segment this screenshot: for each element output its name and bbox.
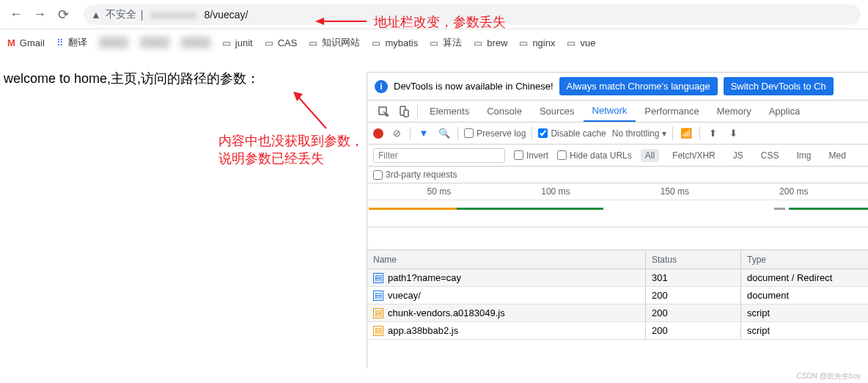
bookmark-folder-junit[interactable]: ▭junit	[222, 37, 253, 48]
info-icon: i	[375, 80, 388, 93]
third-party-checkbox[interactable]: 3rd-party requests	[373, 169, 862, 180]
col-name[interactable]: Name	[367, 250, 646, 269]
filter-chip-all[interactable]: All	[641, 149, 659, 162]
bookmark-blurred	[140, 37, 169, 48]
arrow-icon	[315, 17, 367, 26]
filter-icon[interactable]: ▼	[416, 126, 431, 141]
hide-urls-checkbox[interactable]: Hide data URLs	[557, 150, 632, 161]
filter-chip-img[interactable]: Img	[792, 149, 815, 162]
table-row[interactable]: ▤app.a38bbab2.js 200 script	[367, 322, 868, 340]
folder-icon: ▭	[474, 37, 482, 48]
folder-icon: ▭	[309, 37, 317, 48]
banner-switch-button[interactable]: Switch DevTools to Ch	[724, 77, 834, 95]
third-party-row: 3rd-party requests	[367, 167, 868, 183]
bookmark-translate[interactable]: ⠿ 翻译	[56, 36, 87, 49]
clear-icon[interactable]: ⊘	[389, 126, 404, 141]
inspect-icon[interactable]	[373, 101, 394, 122]
url-divider: |	[141, 9, 144, 21]
arrow-icon	[290, 88, 334, 132]
devtools-banner: i DevTools is now available in Chinese! …	[367, 73, 868, 101]
timeline-bar	[369, 208, 457, 210]
wifi-icon[interactable]: 📶	[679, 126, 694, 141]
table-header: Name Status Type	[367, 250, 868, 269]
download-icon[interactable]: ⬇	[727, 126, 741, 141]
bookmark-folder-mybatis[interactable]: ▭mybatis	[372, 37, 418, 48]
upload-icon[interactable]: ⬆	[706, 126, 721, 141]
timeline-bar	[774, 208, 785, 210]
separator	[417, 105, 418, 118]
throttling-dropdown[interactable]: No throttling ▾	[612, 128, 666, 139]
table-row[interactable]: ▤chunk-vendors.a0183049.js 200 script	[367, 304, 868, 322]
bookmark-folder-cas[interactable]: ▭CAS	[265, 37, 298, 48]
tab-sources[interactable]: Sources	[531, 101, 584, 122]
url-path: 8/vuecay/	[205, 9, 249, 21]
col-status[interactable]: Status	[646, 250, 741, 269]
bookmark-folder-vue[interactable]: ▭vue	[567, 37, 595, 48]
banner-match-button[interactable]: Always match Chrome's language	[559, 77, 718, 95]
svg-rect-8	[404, 110, 408, 117]
script-icon: ▤	[373, 326, 383, 336]
network-timeline[interactable]: 50 ms 100 ms 150 ms 200 ms	[367, 183, 868, 227]
folder-icon: ▭	[372, 37, 380, 48]
bookmark-blurred	[99, 37, 128, 48]
separator	[457, 127, 458, 140]
table-row[interactable]: ▤vuecay/ 200 document	[367, 287, 868, 304]
filter-chip-js[interactable]: JS	[729, 149, 748, 162]
gmail-icon: M	[7, 37, 15, 48]
bookmark-folder-nginx[interactable]: ▭nginx	[519, 37, 555, 48]
bookmark-folder-algo[interactable]: ▭算法	[430, 36, 462, 49]
folder-icon: ▭	[430, 37, 438, 48]
filter-chip-media[interactable]: Med	[824, 149, 850, 162]
timeline-bar	[789, 208, 868, 210]
tab-memory[interactable]: Memory	[708, 101, 760, 122]
filter-chip-fetch[interactable]: Fetch/XHR	[668, 149, 720, 162]
watermark: CSDN @凯先生boy	[797, 371, 861, 382]
timeline-bars	[367, 200, 868, 222]
tab-performance[interactable]: Performance	[636, 101, 707, 122]
warning-icon: ▲	[91, 9, 101, 21]
bookmark-blurred	[181, 37, 210, 48]
document-icon: ▤	[373, 291, 383, 301]
tab-application[interactable]: Applica	[760, 101, 809, 122]
devtools-tabs: Elements Console Sources Network Perform…	[367, 101, 868, 123]
disable-cache-checkbox[interactable]: Disable cache	[538, 128, 606, 139]
url-blurred: xxxxxxxxx	[148, 9, 200, 21]
bookmark-folder-knowledge[interactable]: ▭知识网站	[309, 36, 360, 49]
search-icon[interactable]: 🔍	[437, 126, 452, 141]
bookmark-gmail[interactable]: M Gmail	[7, 37, 45, 48]
timeline-marks: 50 ms 100 ms 150 ms 200 ms	[367, 183, 868, 200]
col-type[interactable]: Type	[741, 250, 868, 269]
annotation-address: 地址栏改变，参数丢失	[374, 13, 506, 31]
devtools-panel: i DevTools is now available in Chinese! …	[367, 72, 868, 368]
bookmarks-bar: M Gmail ⠿ 翻译 ▭junit ▭CAS ▭知识网站 ▭mybatis …	[0, 29, 868, 56]
script-icon: ▤	[373, 308, 383, 318]
separator	[410, 127, 411, 140]
reload-button[interactable]: ⟳	[54, 6, 72, 23]
annotation-content-lost: 内容中也没获取到参数， 说明参数已经丢失	[218, 132, 364, 167]
folder-icon: ▭	[519, 37, 528, 48]
tab-console[interactable]: Console	[478, 101, 531, 122]
forward-button[interactable]: →	[31, 6, 48, 23]
filter-input[interactable]	[373, 148, 505, 163]
translate-icon: ⠿	[56, 37, 64, 48]
network-table: Name Status Type ▤path1?name=cay 301 doc…	[367, 249, 868, 368]
separator	[532, 127, 532, 140]
invert-checkbox[interactable]: Invert	[514, 150, 548, 161]
table-row[interactable]: ▤path1?name=cay 301 document / Redirect	[367, 269, 868, 287]
device-icon[interactable]	[394, 101, 414, 122]
folder-icon: ▭	[567, 37, 575, 48]
timeline-bar	[457, 208, 603, 210]
page-content-text: welcome to home,主页,访问的路径的参数：	[0, 66, 263, 91]
tab-network[interactable]: Network	[584, 101, 636, 122]
preserve-log-checkbox[interactable]: Preserve log	[464, 128, 526, 139]
folder-icon: ▭	[265, 37, 273, 48]
separator	[672, 127, 673, 140]
filter-chip-css[interactable]: CSS	[757, 149, 784, 162]
security-status: 不安全	[106, 8, 136, 21]
folder-icon: ▭	[222, 37, 231, 48]
tab-elements[interactable]: Elements	[421, 101, 478, 122]
network-controls: ⊘ ▼ 🔍 Preserve log Disable cache No thro…	[367, 123, 868, 145]
record-button[interactable]	[373, 128, 383, 139]
back-button[interactable]: ←	[7, 6, 25, 23]
bookmark-folder-brew[interactable]: ▭brew	[474, 37, 507, 48]
